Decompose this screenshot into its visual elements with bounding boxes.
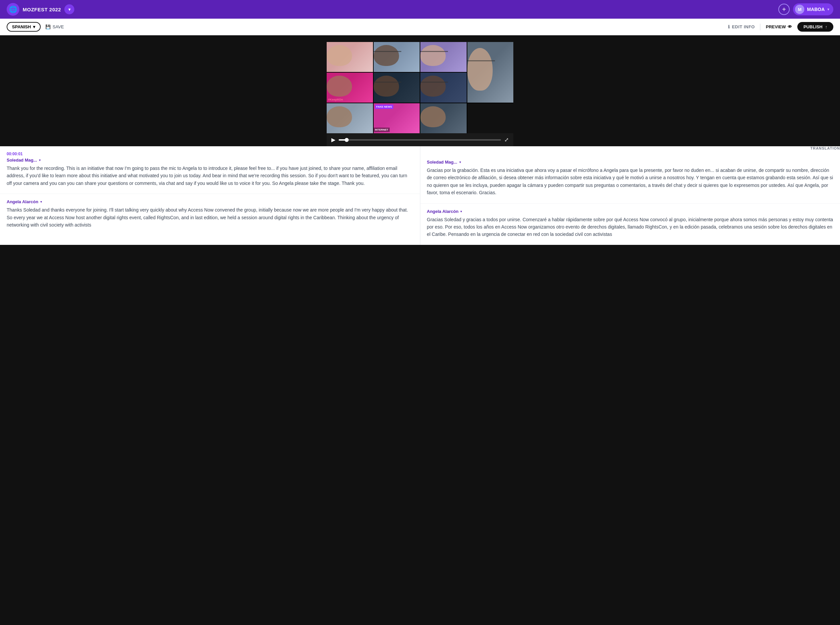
video-cell-empty	[468, 103, 514, 133]
progress-fill	[339, 139, 347, 141]
speaker-row-2: Angela Alarcón ▾	[7, 199, 413, 204]
speaker-name-2[interactable]: Angela Alarcón	[7, 199, 38, 204]
app-title: MOZFEST 2022	[23, 7, 61, 12]
video-cell-6	[420, 73, 467, 103]
user-menu[interactable]: M MABOA ▾	[793, 3, 833, 16]
edit-info-label: EDIT INFO	[732, 24, 755, 29]
progress-handle	[344, 138, 349, 142]
save-label: SAVE	[53, 24, 64, 29]
preview-button[interactable]: PREVIEW 👁	[766, 24, 792, 29]
nav-right: + M MABOA ▾	[778, 3, 833, 16]
video-grid: #KeepItOn FAKE NEWS	[327, 42, 513, 133]
language-label: SPANISH	[12, 24, 31, 29]
translation-speaker-chevron-2[interactable]: ▾	[460, 210, 462, 213]
nav-left: 🌐 MOZFEST 2022 ▾	[7, 3, 74, 16]
preview-label: PREVIEW	[766, 24, 785, 29]
speaker-chevron-1[interactable]: ▾	[39, 158, 41, 162]
publish-button[interactable]: PUBLISH ↑	[797, 22, 833, 32]
video-cell-3	[420, 42, 467, 72]
transcript-section: 00:00:01 Soledad Mag... ▾ Thank you for …	[0, 146, 840, 245]
publish-label: PUBLISH	[803, 24, 822, 29]
user-chevron-icon: ▾	[828, 7, 829, 12]
translation-entry-2: Angela Alarcón ▾ Gracias Soledad y graci…	[420, 203, 840, 245]
translation-speaker-chevron-1[interactable]: ▾	[459, 160, 461, 164]
video-cell-2	[374, 42, 420, 72]
video-cell-large	[468, 42, 514, 103]
video-cell-5	[374, 73, 420, 103]
lang-chevron-icon: ▾	[33, 24, 35, 29]
video-cell-7	[327, 103, 373, 133]
plus-icon: +	[782, 6, 786, 13]
translation-entry-1: Soledad Mag... ▾ Gracias por la grabació…	[420, 154, 840, 203]
translation-text-1: Gracias por la grabación. Esta es una in…	[427, 166, 834, 197]
save-icon: 💾	[45, 24, 51, 29]
video-cell-9	[420, 103, 467, 133]
video-player[interactable]: #KeepItOn FAKE NEWS	[327, 42, 513, 146]
toolbar-divider	[760, 24, 761, 30]
top-navigation: 🌐 MOZFEST 2022 ▾ + M MABOA ▾	[0, 0, 840, 19]
play-icon: ▶	[331, 137, 335, 143]
translation-speaker-1[interactable]: Soledad Mag...	[427, 160, 457, 165]
transcript-text-1: Thank you for the recording. This is an …	[7, 165, 413, 187]
toolbar: SPANISH ▾ 💾 SAVE ℹ EDIT INFO PREVIEW 👁 P…	[0, 19, 840, 35]
video-cell-8: FAKE NEWS INTERNET	[374, 103, 420, 133]
toolbar-right: ℹ EDIT INFO PREVIEW 👁 PUBLISH ↑	[728, 22, 833, 32]
speaker-name-1[interactable]: Soledad Mag...	[7, 158, 37, 163]
fullscreen-icon: ⤢	[504, 137, 509, 143]
edit-info-button[interactable]: ℹ EDIT INFO	[728, 24, 755, 29]
progress-bar[interactable]	[339, 139, 501, 141]
speaker-chevron-2[interactable]: ▾	[41, 200, 42, 204]
publish-icon: ↑	[825, 24, 828, 29]
app-dropdown-button[interactable]: ▾	[64, 4, 74, 14]
app-logo: 🌐	[7, 3, 19, 16]
translation-speaker-row-2: Angela Alarcón ▾	[427, 209, 834, 214]
toolbar-left: SPANISH ▾ 💾 SAVE	[7, 22, 64, 32]
speaker-row-1: Soledad Mag... ▾	[7, 158, 413, 163]
video-area: #KeepItOn FAKE NEWS	[0, 35, 840, 146]
eye-icon: 👁	[788, 24, 792, 29]
user-name: MABOA	[807, 7, 824, 12]
avatar: M	[795, 5, 804, 14]
translation-text-2: Gracias Soledad y gracias a todos por un…	[427, 216, 834, 238]
transcript-entry-2: Angela Alarcón ▾ Thanks Soledad and than…	[0, 194, 420, 235]
save-button[interactable]: 💾 SAVE	[45, 24, 64, 29]
chevron-down-icon: ▾	[69, 7, 71, 12]
video-controls: ▶ ⤢	[327, 133, 513, 146]
fullscreen-button[interactable]: ⤢	[504, 137, 509, 143]
translation-speaker-row-1: Soledad Mag... ▾	[427, 160, 834, 165]
translation-label: TRANSLATION	[420, 146, 840, 150]
transcript-panel: 00:00:01 Soledad Mag... ▾ Thank you for …	[0, 146, 420, 245]
language-selector[interactable]: SPANISH ▾	[7, 22, 41, 32]
transcript-text-2: Thanks Soledad and thanks everyone for j…	[7, 206, 413, 229]
video-cell-1	[327, 42, 373, 72]
transcript-entry-1: 00:00:01 Soledad Mag... ▾ Thank you for …	[0, 146, 420, 194]
timestamp-1: 00:00:01	[7, 152, 413, 156]
translation-panel: TRANSLATION Soledad Mag... ▾ Gracias por…	[420, 146, 840, 245]
translation-speaker-2[interactable]: Angela Alarcón	[427, 209, 459, 214]
internet-label: INTERNET	[374, 127, 390, 132]
play-button[interactable]: ▶	[331, 137, 335, 143]
video-cell-4: #KeepItOn	[327, 73, 373, 103]
info-icon: ℹ	[728, 24, 730, 29]
add-button[interactable]: +	[778, 4, 790, 15]
